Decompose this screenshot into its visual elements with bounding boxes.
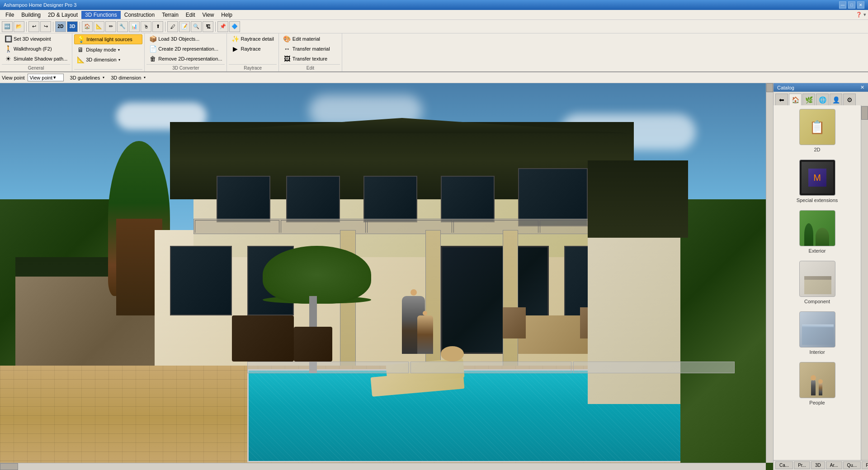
- dropdown-arrow: ▾: [118, 48, 120, 52]
- bottom-tab-qu[interactable]: Qu...: [843, 461, 861, 469]
- catalog-scroll-thumb[interactable]: [861, 106, 868, 120]
- viewport[interactable]: [0, 83, 773, 470]
- 3d-dimension-button[interactable]: 📐 3D dimension ▾: [74, 55, 142, 64]
- scrollbar-thumb[interactable]: [766, 83, 773, 92]
- catalog-item-interior[interactable]: Interior: [777, 311, 857, 355]
- pool-railing: [247, 362, 734, 373]
- dining-chair-1: [503, 307, 526, 338]
- child-head: [423, 311, 427, 315]
- ribbon: 🔲 Set 3D viewpoint 🚶 Walkthrough (F2) ☀ …: [0, 33, 868, 83]
- catalog-title: Catalog: [777, 85, 794, 90]
- catalog-tab-back[interactable]: ⬅: [775, 94, 788, 105]
- tool7[interactable]: ⬆: [152, 21, 163, 32]
- transfer-material-icon: ↔: [283, 45, 291, 52]
- menu-building[interactable]: Building: [18, 11, 44, 19]
- catalog-item-component[interactable]: Component: [777, 261, 857, 304]
- catalog-item-2d[interactable]: 📋 2D: [777, 109, 857, 152]
- catalog-close[interactable]: ✕: [860, 85, 864, 90]
- bottom-tab-properties[interactable]: Pr...: [794, 461, 810, 469]
- menu-2d-layout[interactable]: 2D & Layout: [44, 11, 81, 19]
- tool3[interactable]: ✏: [105, 21, 116, 32]
- tool4[interactable]: 🔧: [117, 21, 128, 32]
- tool12[interactable]: 📌: [217, 21, 228, 32]
- person-child: [417, 315, 433, 354]
- raytrace-detail-button[interactable]: ✨ Raytrace detail: [229, 34, 276, 43]
- window-sf-2: [286, 176, 340, 222]
- 3d-button[interactable]: 3D: [67, 21, 78, 32]
- h-scrollbar-thumb[interactable]: [0, 463, 18, 470]
- set-3d-viewpoint-button[interactable]: 🔲 Set 3D viewpoint: [2, 34, 70, 43]
- display-mode-button[interactable]: 🖥 Display mode ▾: [74, 45, 142, 54]
- simulate-shadow-button[interactable]: ☀ Simulate Shadow path...: [2, 54, 70, 63]
- catalog-img-people: [799, 362, 835, 398]
- catalog-tab-home[interactable]: 🏠: [789, 94, 802, 105]
- light-icon: 💡: [77, 36, 85, 43]
- help-icon[interactable]: ❓ ▾: [856, 12, 866, 18]
- catalog-img-special: M: [799, 160, 835, 196]
- remove-2d-button[interactable]: 🗑 Remove 2D-representation...: [146, 54, 225, 63]
- tool6[interactable]: 🖱: [141, 21, 151, 32]
- catalog-scrollbar[interactable]: [861, 105, 868, 460]
- walkthrough-button[interactable]: 🚶 Walkthrough (F2): [2, 44, 70, 53]
- close-button[interactable]: ✕: [857, 1, 864, 9]
- window-sf-1: [217, 176, 271, 222]
- wicker-sofa: [232, 315, 294, 362]
- title-bar-controls[interactable]: — □ ✕: [839, 1, 864, 9]
- transfer-texture-button[interactable]: 🖼 Transfer texture: [281, 54, 340, 63]
- catalog-tab-globe[interactable]: 🌐: [816, 94, 829, 105]
- separator-5: [215, 22, 216, 32]
- umbrella: [263, 246, 371, 304]
- separator-3: [80, 22, 80, 32]
- new-button[interactable]: 🆕: [2, 21, 13, 32]
- bottom-tab-pv[interactable]: PV...: [862, 461, 868, 469]
- view-point-dropdown[interactable]: View point ▾: [28, 74, 64, 81]
- create-2d-button[interactable]: 📄 Create 2D representation...: [146, 44, 225, 53]
- catalog-tab-settings[interactable]: ⚙: [843, 94, 856, 105]
- 2d-button[interactable]: 2D: [55, 21, 66, 32]
- open-button[interactable]: 📂: [14, 21, 24, 32]
- ribbon-group-edit: 🎨 Edit material ↔ Transfer material 🖼 Tr…: [279, 33, 342, 71]
- bottom-tab-3d[interactable]: 3D: [811, 461, 825, 469]
- transfer-texture-icon: 🖼: [283, 55, 291, 62]
- v-scrollbar[interactable]: [766, 83, 773, 463]
- undo-button[interactable]: ↩: [28, 21, 39, 32]
- menu-terrain[interactable]: Terrain: [158, 11, 182, 19]
- tool13[interactable]: 🔷: [229, 21, 240, 32]
- load-3d-button[interactable]: 📦 Load 3D Objects...: [146, 34, 225, 43]
- catalog-item-special[interactable]: M Special extensions: [777, 160, 857, 203]
- menu-construction[interactable]: Construction: [121, 11, 158, 19]
- menu-3d-functions[interactable]: 3D Functions: [81, 11, 121, 19]
- bottom-tab-ar[interactable]: Ar...: [826, 461, 842, 469]
- menu-edit[interactable]: Edit: [182, 11, 199, 19]
- transfer-material-button[interactable]: ↔ Transfer material: [281, 44, 340, 53]
- h-scrollbar[interactable]: [0, 463, 766, 470]
- catalog-item-people[interactable]: People: [777, 362, 857, 405]
- catalog-item-exterior[interactable]: Exterior: [777, 210, 857, 254]
- minimize-button[interactable]: —: [839, 1, 846, 9]
- catalog-tab-nature[interactable]: 🌿: [802, 94, 815, 105]
- edit-label: Edit: [281, 64, 340, 70]
- menu-file[interactable]: File: [2, 11, 18, 19]
- tool5[interactable]: 📊: [129, 21, 140, 32]
- window-sf-3: [363, 176, 418, 222]
- menu-help[interactable]: Help: [217, 11, 236, 19]
- bottom-tab-catalog[interactable]: Ca...: [775, 461, 793, 469]
- redo-button[interactable]: ↪: [40, 21, 51, 32]
- internal-light-button[interactable]: 💡 Internal light sources: [74, 34, 142, 44]
- tool11[interactable]: 🏗: [203, 21, 213, 32]
- walkthrough-icon: 🚶: [5, 45, 12, 52]
- tool10[interactable]: 🔍: [191, 21, 202, 32]
- tool8[interactable]: 🖊: [167, 21, 178, 32]
- maximize-button[interactable]: □: [848, 1, 855, 9]
- tool1[interactable]: 🏠: [82, 21, 93, 32]
- catalog-tab-person[interactable]: 👤: [830, 94, 842, 105]
- catalog-img-interior: [799, 311, 835, 348]
- tool2[interactable]: 📐: [94, 21, 104, 32]
- raytrace-button[interactable]: ▶ Raytrace: [229, 44, 276, 53]
- edit-material-button[interactable]: 🎨 Edit material: [281, 34, 340, 43]
- menu-bar: File Building 2D & Layout 3D Functions C…: [0, 10, 868, 20]
- menu-view[interactable]: View: [199, 11, 218, 19]
- balcony-railing: [193, 219, 627, 234]
- tool9[interactable]: 📝: [179, 21, 190, 32]
- dropdown-chevron: ▾: [53, 75, 56, 80]
